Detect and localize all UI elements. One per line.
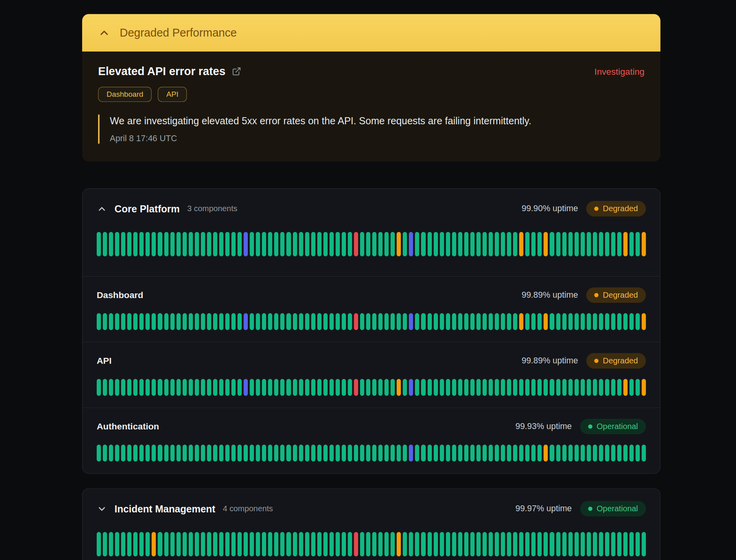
uptime-bar bbox=[152, 313, 156, 330]
uptime-bar bbox=[311, 313, 315, 330]
uptime-bar bbox=[593, 313, 597, 330]
incident-title[interactable]: Elevated API error rates bbox=[98, 65, 226, 78]
uptime-bar bbox=[599, 532, 603, 556]
uptime-bar bbox=[354, 313, 358, 330]
uptime-bar bbox=[366, 379, 370, 396]
uptime-bar bbox=[293, 445, 297, 462]
uptime-bar bbox=[121, 313, 125, 330]
incident-title-link[interactable]: Elevated API error rates bbox=[98, 65, 241, 78]
uptime-bar bbox=[287, 532, 291, 556]
uptime-bar bbox=[391, 232, 395, 256]
uptime-bar bbox=[195, 379, 199, 396]
status-label: Degraded bbox=[603, 291, 638, 299]
uptime-bar bbox=[544, 313, 548, 330]
uptime-bar bbox=[605, 313, 609, 330]
uptime-bar bbox=[385, 313, 389, 330]
uptime-bar bbox=[440, 313, 444, 330]
uptime-bar bbox=[537, 379, 542, 396]
uptime-bar bbox=[232, 379, 236, 396]
uptime-bar bbox=[317, 379, 322, 396]
uptime-bar bbox=[317, 232, 322, 256]
uptime-bar bbox=[513, 445, 517, 462]
component-name: Dashboard bbox=[97, 290, 143, 300]
chevron-up-icon[interactable] bbox=[98, 27, 110, 39]
uptime-bar bbox=[489, 313, 493, 330]
uptime-bar bbox=[464, 379, 469, 396]
uptime-bar bbox=[562, 532, 567, 556]
uptime-bar bbox=[201, 379, 205, 396]
uptime-bar bbox=[464, 532, 469, 556]
uptime-bar bbox=[127, 379, 132, 396]
group-header[interactable]: Incident Management4 components99.97% up… bbox=[83, 489, 660, 516]
uptime-bar bbox=[617, 232, 622, 256]
uptime-bar bbox=[427, 232, 432, 256]
external-link-icon[interactable] bbox=[232, 67, 241, 76]
uptime-bar bbox=[280, 445, 285, 462]
uptime-bar bbox=[434, 379, 438, 396]
uptime-bar bbox=[219, 232, 223, 256]
uptime-bars bbox=[97, 232, 646, 256]
uptime-bar bbox=[170, 532, 175, 556]
group-header[interactable]: Core Platform3 components99.90% uptimeDe… bbox=[83, 189, 660, 216]
chevron-down-icon[interactable] bbox=[97, 504, 107, 514]
uptime-bar bbox=[409, 445, 413, 462]
uptime-bar bbox=[348, 379, 352, 396]
uptime-bar bbox=[250, 232, 254, 256]
uptime-bar bbox=[458, 445, 462, 462]
uptime-bar bbox=[225, 379, 230, 396]
uptime-bar bbox=[495, 445, 499, 462]
uptime-bar bbox=[213, 313, 217, 330]
uptime-bar bbox=[152, 379, 156, 396]
uptime-bar bbox=[421, 313, 426, 330]
uptime-bar bbox=[170, 232, 175, 256]
uptime-bar bbox=[415, 313, 420, 330]
uptime-bar bbox=[482, 532, 487, 556]
uptime-bar bbox=[256, 445, 260, 462]
group-title: Core Platform bbox=[114, 203, 180, 215]
uptime-bar bbox=[513, 313, 517, 330]
uptime-bar bbox=[207, 379, 211, 396]
uptime-bar bbox=[568, 445, 572, 462]
incident-tags: DashboardAPI bbox=[98, 87, 645, 102]
uptime-bar bbox=[537, 313, 542, 330]
uptime-bar bbox=[232, 313, 236, 330]
uptime-bar bbox=[624, 313, 628, 330]
uptime-bar bbox=[342, 232, 346, 256]
chevron-up-icon[interactable] bbox=[97, 204, 107, 214]
incident-banner[interactable]: Degraded Performance bbox=[82, 14, 661, 52]
uptime-bar bbox=[544, 379, 548, 396]
uptime-bar bbox=[629, 313, 634, 330]
uptime-bar bbox=[409, 313, 413, 330]
uptime-bar bbox=[109, 379, 113, 396]
uptime-bar bbox=[189, 313, 193, 330]
uptime-bar bbox=[537, 445, 542, 462]
uptime-bar bbox=[599, 379, 603, 396]
uptime-bar bbox=[237, 445, 242, 462]
uptime-bar bbox=[133, 532, 138, 556]
uptime-bar bbox=[201, 532, 205, 556]
uptime-bar bbox=[372, 532, 377, 556]
uptime-bar bbox=[182, 232, 187, 256]
uptime-bar bbox=[127, 445, 132, 462]
uptime-bar bbox=[593, 532, 597, 556]
status-label: Degraded bbox=[603, 357, 638, 365]
uptime-bar bbox=[482, 379, 487, 396]
uptime-bar bbox=[580, 532, 585, 556]
uptime-bar bbox=[489, 232, 493, 256]
component-row-right: 99.93% uptimeOperational bbox=[515, 419, 646, 434]
uptime-bar bbox=[385, 445, 389, 462]
uptime-bar bbox=[385, 232, 389, 256]
uptime-bar bbox=[348, 445, 352, 462]
uptime-bar bbox=[562, 445, 567, 462]
uptime-bar bbox=[629, 232, 634, 256]
uptime-bar bbox=[507, 379, 512, 396]
uptime-bar bbox=[354, 232, 358, 256]
uptime-bar bbox=[195, 232, 199, 256]
uptime-bar bbox=[617, 532, 622, 556]
status-dot-icon bbox=[594, 359, 599, 363]
uptime-bar bbox=[158, 532, 162, 556]
uptime-bar bbox=[421, 532, 426, 556]
uptime-bar bbox=[397, 532, 401, 556]
uptime-bar bbox=[250, 313, 254, 330]
uptime-bar bbox=[624, 445, 628, 462]
